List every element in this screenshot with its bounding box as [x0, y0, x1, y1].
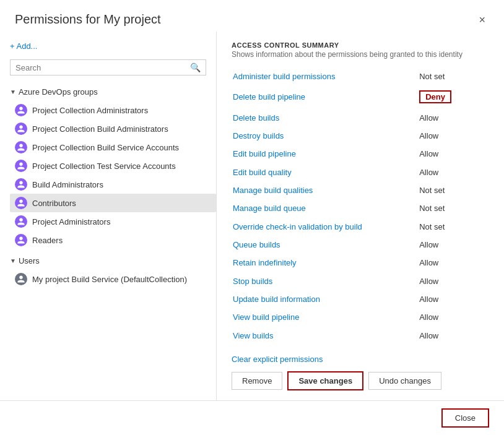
- table-row: Retain indefinitelyAllow: [232, 254, 489, 272]
- permission-value: Not set: [412, 181, 489, 199]
- acs-title: ACCESS CONTROL SUMMARY: [232, 41, 489, 49]
- azure-group-label: Azure DevOps groups: [19, 87, 98, 97]
- table-row: Override check-in validation by buildNot…: [232, 217, 489, 235]
- user-item[interactable]: Project Collection Test Service Accounts: [10, 157, 216, 175]
- user-label: My project Build Service (DefaultCollect…: [32, 275, 187, 284]
- table-row: View build pipelineAllow: [232, 308, 489, 326]
- permission-value: Allow: [412, 326, 489, 345]
- close-button[interactable]: Close: [441, 408, 489, 428]
- permission-value: Allow: [412, 272, 489, 290]
- search-input[interactable]: [15, 63, 190, 72]
- avatar: [15, 234, 27, 246]
- permission-value: Allow: [412, 127, 489, 145]
- dialog-body: + Add... 🔍 ▼ Azure DevOps groups Project…: [0, 32, 504, 400]
- user-item[interactable]: Project Collection Build Administrators: [10, 119, 216, 138]
- avatar: [15, 141, 27, 153]
- permission-value: Allow: [412, 236, 489, 254]
- permission-name[interactable]: Manage build qualities: [232, 181, 412, 199]
- action-buttons: Remove Save changes Undo changes: [232, 371, 489, 390]
- save-changes-button[interactable]: Save changes: [287, 371, 363, 390]
- chevron-down-icon: ▼: [10, 88, 16, 95]
- user-label: Readers: [32, 236, 63, 245]
- permission-name[interactable]: Delete builds: [232, 108, 412, 126]
- azure-group-header[interactable]: ▼ Azure DevOps groups: [10, 85, 216, 98]
- permission-value: Allow: [412, 145, 489, 163]
- user-list: Project Collection AdministratorsProject…: [10, 101, 216, 249]
- permission-name[interactable]: Edit build pipeline: [232, 145, 412, 163]
- users-section: ▼ Users My project Build Service (Defaul…: [10, 254, 216, 288]
- permission-value: Allow: [412, 308, 489, 326]
- permission-name[interactable]: View builds: [232, 326, 412, 345]
- user-label: Project Collection Build Administrators: [32, 124, 168, 134]
- users-group-label: Users: [19, 256, 40, 265]
- table-row: Update build informationAllow: [232, 290, 489, 308]
- permission-name[interactable]: Retain indefinitely: [232, 254, 412, 272]
- permission-value: Not set: [412, 67, 489, 85]
- avatar: [15, 273, 27, 285]
- permission-name[interactable]: Administer build permissions: [232, 67, 412, 85]
- user-item[interactable]: My project Build Service (DefaultCollect…: [10, 270, 216, 288]
- permission-name[interactable]: Stop builds: [232, 272, 412, 290]
- permission-name[interactable]: Queue builds: [232, 236, 412, 254]
- user-label: Project Administrators: [32, 217, 110, 226]
- table-row: Delete buildsAllow: [232, 108, 489, 126]
- permission-name[interactable]: Delete build pipeline: [232, 85, 412, 108]
- permission-value: Not set: [412, 217, 489, 235]
- table-row: Manage build qualitiesNot set: [232, 181, 489, 199]
- permission-name[interactable]: Update build information: [232, 290, 412, 308]
- user-item[interactable]: Readers: [10, 231, 216, 249]
- user-item[interactable]: Project Collection Administrators: [10, 101, 216, 119]
- permission-value: Allow: [412, 108, 489, 126]
- user-label: Build Administrators: [32, 180, 103, 189]
- permissions-table: Administer build permissionsNot setDelet…: [232, 67, 489, 345]
- add-button[interactable]: + Add...: [10, 39, 216, 53]
- user-label: Project Collection Administrators: [32, 106, 148, 115]
- permission-value: Deny: [412, 85, 489, 108]
- permission-name[interactable]: Edit build quality: [232, 163, 412, 181]
- table-row: Destroy buildsAllow: [232, 127, 489, 145]
- table-row: Administer build permissionsNot set: [232, 67, 489, 85]
- dialog-footer: Close: [0, 400, 504, 435]
- permissions-dialog: Permissions for My project × + Add... 🔍 …: [0, 0, 504, 435]
- bottom-section: Clear explicit permissions Remove Save c…: [232, 355, 489, 390]
- close-x-button[interactable]: ×: [475, 13, 489, 27]
- table-row: Edit build pipelineAllow: [232, 145, 489, 163]
- table-row: Manage build queueNot set: [232, 199, 489, 217]
- user-item[interactable]: Contributors: [10, 194, 216, 212]
- azure-group-section: ▼ Azure DevOps groups Project Collection…: [10, 85, 216, 249]
- users-sub-list: My project Build Service (DefaultCollect…: [10, 270, 216, 288]
- table-row: Stop buildsAllow: [232, 272, 489, 290]
- table-row: View buildsAllow: [232, 326, 489, 345]
- search-box: 🔍: [10, 59, 206, 75]
- user-label: Project Collection Test Service Accounts: [32, 162, 176, 171]
- clear-permissions-link[interactable]: Clear explicit permissions: [232, 355, 323, 364]
- chevron-down-icon-users: ▼: [10, 257, 16, 264]
- right-panel: ACCESS CONTROL SUMMARY Shows information…: [217, 32, 504, 400]
- avatar: [15, 123, 27, 135]
- remove-button[interactable]: Remove: [232, 372, 282, 390]
- left-panel: + Add... 🔍 ▼ Azure DevOps groups Project…: [0, 32, 217, 400]
- dialog-header: Permissions for My project ×: [0, 0, 504, 32]
- permission-name[interactable]: View build pipeline: [232, 308, 412, 326]
- dialog-title: Permissions for My project: [15, 12, 161, 27]
- avatar: [15, 178, 27, 191]
- undo-changes-button[interactable]: Undo changes: [368, 372, 441, 390]
- user-item[interactable]: Build Administrators: [10, 175, 216, 194]
- users-group-header[interactable]: ▼ Users: [10, 254, 216, 267]
- acs-subtitle: Shows information about the permissions …: [232, 50, 489, 59]
- user-label: Contributors: [32, 199, 76, 208]
- user-item[interactable]: Project Collection Build Service Account…: [10, 138, 216, 157]
- permission-value: Allow: [412, 290, 489, 308]
- avatar: [15, 197, 27, 209]
- permission-value: Allow: [412, 163, 489, 181]
- permission-value: Not set: [412, 199, 489, 217]
- avatar: [15, 160, 27, 172]
- avatar: [15, 104, 27, 116]
- table-row: Delete build pipelineDeny: [232, 85, 489, 108]
- user-label: Project Collection Build Service Account…: [32, 143, 179, 152]
- permission-name[interactable]: Manage build queue: [232, 199, 412, 217]
- permission-name[interactable]: Override check-in validation by build: [232, 217, 412, 235]
- permission-name[interactable]: Destroy builds: [232, 127, 412, 145]
- user-item[interactable]: Project Administrators: [10, 212, 216, 231]
- search-icon: 🔍: [190, 62, 201, 72]
